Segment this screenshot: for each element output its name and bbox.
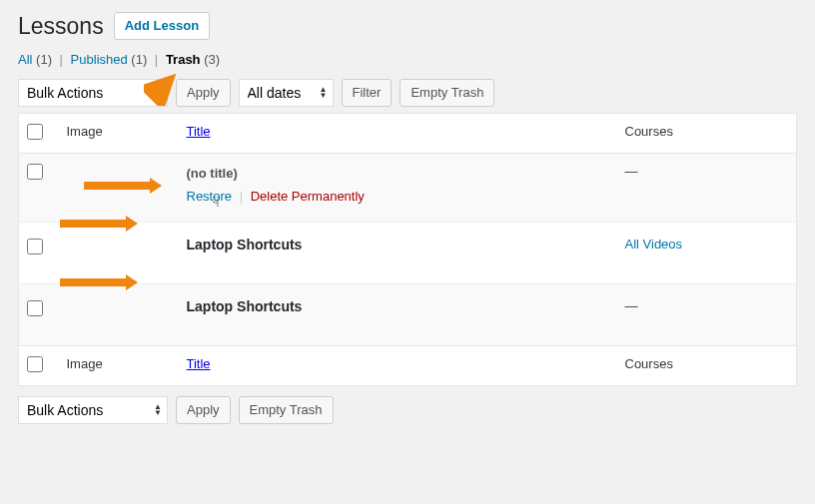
apply-button-bottom[interactable]: Apply: [176, 396, 231, 424]
select-all-bottom[interactable]: [27, 356, 43, 372]
row-actions: Restore | Delete Permanently: [187, 189, 609, 204]
bulk-actions-select-bottom[interactable]: Bulk Actions: [18, 396, 168, 424]
bulk-actions-select-top[interactable]: Bulk Actions: [18, 79, 168, 107]
filter-published[interactable]: Published: [71, 52, 128, 67]
col-image-header: Image: [59, 114, 179, 154]
col-courses-header: Courses: [617, 114, 797, 154]
col-title-header[interactable]: Title: [187, 124, 211, 139]
filter-published-count: (1): [131, 52, 147, 67]
table-row: Laptop Shortcuts All Videos: [19, 223, 797, 284]
row-title: Laptop Shortcuts: [187, 237, 303, 252]
row-title: Laptop Shortcuts: [187, 298, 303, 314]
filter-button[interactable]: Filter: [342, 79, 393, 107]
filter-all[interactable]: All: [18, 52, 32, 67]
col-title-footer[interactable]: Title: [187, 356, 211, 371]
row-courses: —: [617, 284, 797, 346]
row-checkbox[interactable]: [27, 164, 43, 180]
lessons-table: Image Title Courses (no title) Restore |…: [18, 113, 797, 386]
row-courses: —: [617, 154, 797, 223]
date-filter-select[interactable]: All dates: [239, 79, 334, 107]
table-row: Laptop Shortcuts —: [19, 284, 797, 346]
restore-link[interactable]: Restore: [187, 189, 233, 204]
page-title: Lessons: [18, 13, 104, 40]
apply-button-top[interactable]: Apply: [176, 79, 231, 107]
row-title: (no title): [187, 166, 238, 181]
delete-permanently-link[interactable]: Delete Permanently: [251, 189, 365, 204]
filter-trash[interactable]: Trash: [166, 52, 201, 67]
filter-trash-count: (3): [204, 52, 220, 67]
select-all-top[interactable]: [27, 124, 43, 140]
row-courses-link[interactable]: All Videos: [625, 237, 683, 252]
table-row: (no title) Restore | Delete Permanently …: [19, 154, 797, 223]
col-courses-footer: Courses: [617, 346, 797, 386]
row-checkbox[interactable]: [27, 239, 43, 254]
empty-trash-button-bottom[interactable]: Empty Trash: [239, 396, 334, 424]
status-filters: All (1) | Published (1) | Trash (3): [18, 52, 797, 67]
row-checkbox[interactable]: [27, 300, 43, 316]
filter-all-count: (1): [36, 52, 52, 67]
add-lesson-button[interactable]: Add Lesson: [114, 12, 210, 40]
col-image-footer: Image: [59, 346, 179, 386]
empty-trash-button-top[interactable]: Empty Trash: [400, 79, 494, 107]
